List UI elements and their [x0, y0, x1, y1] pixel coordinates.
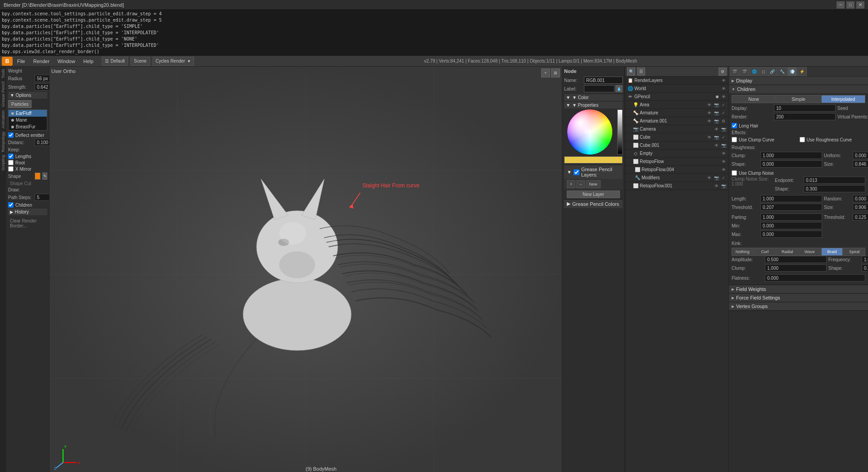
amplitude-input[interactable]	[765, 256, 827, 263]
props-tab-object[interactable]: ◻	[760, 67, 767, 76]
camera-cam[interactable]: 📷	[720, 126, 727, 132]
color-wheel[interactable]	[567, 109, 612, 154]
area-eye[interactable]: 👁	[706, 102, 712, 108]
outliner-item-modifiers[interactable]: 🔧 Modifiers 👁 📷 ✓	[625, 174, 728, 182]
children-checkbox[interactable]	[8, 202, 14, 208]
minimize-button[interactable]: ─	[836, 1, 845, 9]
retopoflow001-eye[interactable]: 👁	[713, 183, 719, 189]
grease-remove-button[interactable]: −	[576, 180, 585, 188]
empty-eye[interactable]: 👁	[720, 150, 727, 157]
outliner-item-camera[interactable]: 📷 Camera 👁 📷	[625, 125, 728, 133]
flatness-input[interactable]	[765, 274, 865, 281]
display-value-input[interactable]	[774, 104, 836, 112]
props-tab-modifier[interactable]: 🔧	[778, 67, 787, 76]
properties-section-header[interactable]: ▼ ▼ Properties	[564, 102, 623, 109]
props-tab-constraint[interactable]: 🔗	[768, 67, 777, 76]
min-input[interactable]	[760, 222, 822, 229]
value-slider[interactable]	[617, 109, 623, 154]
options-section[interactable]: ▼ Options	[8, 92, 47, 99]
props-tab-render[interactable]: 🎬	[730, 67, 739, 76]
uniform-input[interactable]	[853, 152, 868, 159]
particle-item-earfluff[interactable]: EarFluff	[9, 110, 47, 117]
children-interpolated-btn[interactable]: Interpolated	[821, 95, 865, 103]
camera-eye[interactable]: 👁	[713, 126, 719, 132]
particle-item-breastfur[interactable]: BreastFur	[9, 123, 47, 130]
vertex-groups-header[interactable]: ▶ Vertex Groups	[729, 302, 868, 310]
armature001-special[interactable]: ⚙	[720, 118, 727, 124]
outliner-filter-btn[interactable]: 🔍	[627, 68, 635, 76]
menu-item-render[interactable]: Render	[30, 58, 53, 65]
use-roughness-curve-checkbox[interactable]	[800, 137, 805, 142]
children-section-header[interactable]: ▼ Children	[729, 85, 868, 93]
grease-pencil-checkbox[interactable]	[574, 169, 579, 175]
outliner-options-btn[interactable]: ⚙	[719, 68, 727, 76]
outliner-item-area[interactable]: 💡 Area 👁 📷 ✓	[625, 101, 728, 109]
menu-item-window[interactable]: Window	[54, 58, 79, 65]
maximize-button[interactable]: □	[846, 1, 854, 9]
root-checkbox[interactable]	[8, 160, 14, 165]
outliner-item-armature001[interactable]: 🦴 Armature.001 👁 📷 ⚙	[625, 117, 728, 125]
cube-eye[interactable]: 👁	[706, 134, 712, 141]
cube001-eye[interactable]: 👁	[713, 142, 719, 149]
outliner-item-world[interactable]: 🌐 World 👁	[625, 85, 728, 93]
props-tab-world[interactable]: 🌐	[750, 67, 759, 76]
endpoint-input[interactable]	[804, 177, 865, 184]
armature001-eye[interactable]: 👁	[706, 118, 712, 124]
node-label-input[interactable]	[584, 85, 615, 92]
armature-render[interactable]: 📷	[713, 110, 719, 116]
size2-input[interactable]	[853, 204, 868, 211]
eyedropper-button[interactable]: 💧	[615, 85, 623, 92]
menu-item-file[interactable]: File	[14, 58, 29, 65]
props-tab-scene[interactable]: 🎬	[740, 67, 749, 76]
tab-retopology[interactable]: Retopology	[1, 130, 5, 154]
viewport-grid-btn[interactable]: ⊞	[551, 68, 560, 77]
retopoflow-eye[interactable]: 👁	[720, 159, 727, 165]
outliner-item-armature[interactable]: 🦴 Armature 👁 📷 ✓	[625, 109, 728, 117]
outliner-item-cube[interactable]: ⬜ Cube 👁 📷 ✓	[625, 133, 728, 141]
field-weights-header[interactable]: ▶ Field Weights	[729, 285, 868, 293]
outliner-item-renderlayers[interactable]: 📋 RenderLayers 👁	[625, 77, 728, 85]
cube001-render[interactable]: 📷	[720, 142, 727, 149]
force-field-header[interactable]: ▶ Force Field Settings	[729, 294, 868, 302]
threshold-input[interactable]	[760, 204, 822, 211]
tab-tools[interactable]: Tools	[1, 68, 5, 80]
kink-braid-btn[interactable]: Braid	[821, 248, 843, 256]
area-select[interactable]: ✓	[720, 102, 727, 108]
shape-edit-button[interactable]: ✎	[42, 172, 47, 180]
random-input[interactable]	[853, 195, 868, 202]
modifiers-select[interactable]: ✓	[720, 175, 727, 181]
use-clump-curve-checkbox[interactable]	[732, 137, 737, 142]
grease-add-button[interactable]: +	[567, 180, 575, 188]
use-clump-noise-checkbox[interactable]	[732, 170, 737, 176]
threshold2-input[interactable]	[853, 213, 868, 221]
size-input[interactable]	[853, 160, 868, 168]
kink-radial-btn[interactable]: Radial	[776, 248, 798, 256]
distance-input[interactable]	[35, 139, 49, 146]
cube-render[interactable]: 📷	[713, 134, 719, 141]
props-tab-physics[interactable]: ⚡	[797, 67, 807, 76]
tab-grease-pencil[interactable]: Grease Pencil	[1, 80, 5, 109]
kink-spiral-btn[interactable]: Spiral	[843, 248, 865, 256]
grease-pencil-colors-header[interactable]: ▶ Grease Pencil Colors	[564, 200, 623, 208]
props-tab-particle[interactable]: 💨	[787, 67, 797, 76]
clear-render-border[interactable]: Clear Render Border...	[8, 217, 47, 230]
clump2-input[interactable]	[765, 264, 827, 272]
outliner-view-btn[interactable]: ☰	[637, 68, 645, 76]
max-input[interactable]	[760, 231, 822, 238]
shape2-input[interactable]	[804, 185, 865, 192]
particles-dropdown[interactable]: Particles	[8, 100, 32, 108]
outliner-item-retopoflow004[interactable]: ⬜ RetopoFlow.004 👁	[625, 166, 728, 174]
viewport[interactable]: Staight Hair From curve User Ortho + ⊞ X…	[50, 67, 562, 472]
armature-select[interactable]: ✓	[720, 110, 727, 116]
outliner-item-cube001[interactable]: ⬜ Cube.001 👁 📷	[625, 141, 728, 150]
clump-input[interactable]	[760, 152, 822, 159]
modifiers-render[interactable]: 📷	[713, 175, 719, 181]
close-button[interactable]: ✕	[856, 1, 864, 9]
deflect-emitter-checkbox[interactable]	[8, 132, 14, 138]
children-none-btn[interactable]: None	[732, 95, 776, 103]
render-value-input[interactable]	[774, 113, 836, 120]
outliner-item-gpencil[interactable]: ✏ GPencil 👁	[625, 93, 728, 101]
cube-select[interactable]: ✓	[720, 134, 727, 141]
area-render[interactable]: 📷	[713, 102, 719, 108]
retopoflow004-eye[interactable]: 👁	[720, 167, 727, 173]
